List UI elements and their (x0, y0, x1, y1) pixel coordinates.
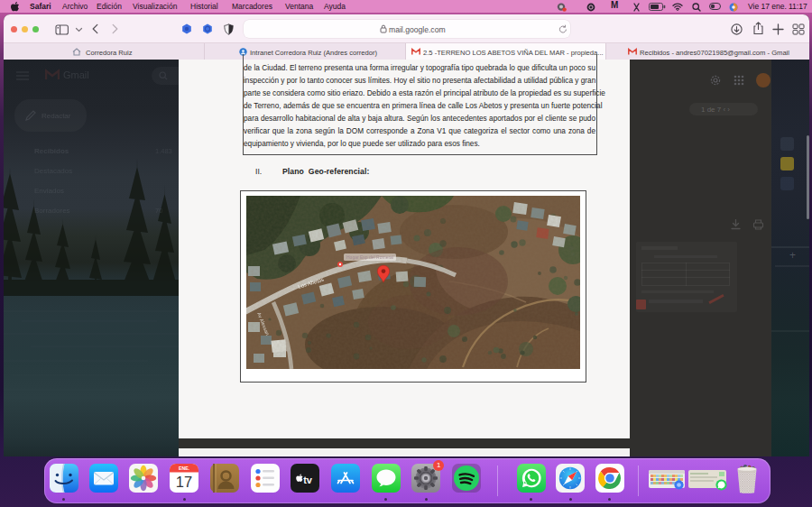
svg-text:Hogar Esp del Romeral: Hogar Esp del Romeral (346, 254, 393, 260)
svg-text:17: 17 (176, 474, 192, 490)
svg-text:ENE.: ENE. (179, 466, 190, 471)
svg-text:tv: tv (303, 475, 313, 485)
